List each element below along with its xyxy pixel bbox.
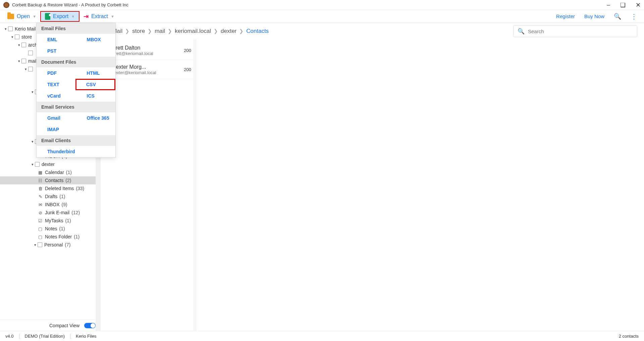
contacts-icon: ☷ [38, 178, 43, 183]
chevron-right-icon: ❯ [214, 28, 218, 34]
statusbar: v4.0 DEMO (Trial Edition) Kerio Files 2 … [0, 331, 644, 341]
tree-item-junk[interactable]: ⊘Junk E-mail(12) [0, 209, 100, 217]
export-ics[interactable]: ICS [76, 90, 116, 102]
minimize-button[interactable]: – [607, 1, 610, 9]
list-scrollbar[interactable] [193, 40, 196, 331]
detail-pane [196, 40, 644, 331]
export-pst[interactable]: PST [37, 45, 76, 57]
chevron-right-icon: ❯ [125, 28, 129, 34]
calendar-icon: ▦ [38, 170, 43, 175]
junk-icon: ⊘ [38, 210, 43, 215]
export-html[interactable]: HTML [76, 67, 116, 79]
search-icon: 🔍 [518, 28, 525, 35]
export-mbox[interactable]: MBOX [76, 34, 116, 45]
draft-icon: ✎ [38, 194, 43, 199]
export-csv[interactable]: CSV [75, 79, 115, 90]
content-pane: o Mail❯ store❯ mail❯ keriomail.local❯ de… [101, 23, 644, 331]
window-controls: – ❏ ✕ [607, 1, 641, 9]
breadcrumb-item[interactable]: mail [155, 28, 165, 35]
contact-size: 200 [184, 48, 191, 53]
contact-size: 200 [184, 67, 191, 72]
tree-item-mytasks[interactable]: ☑MyTasks(1) [0, 217, 100, 225]
extract-label: Extract [91, 13, 108, 19]
tasks-icon: ☑ [38, 218, 43, 223]
status-version: v4.0 [5, 334, 14, 339]
tree-item-inbox[interactable]: ✉INBOX(9) [0, 201, 100, 209]
tree-item-calendar[interactable]: ▦Calendar(1) [0, 168, 100, 176]
notes-icon: ▢ [38, 226, 43, 231]
extract-icon: ⇥ [84, 13, 89, 20]
contact-name: Dexter Morg... [112, 64, 182, 70]
search-input[interactable] [528, 29, 633, 34]
app-icon [3, 2, 9, 8]
export-gmail[interactable]: Gmail [37, 112, 76, 124]
menu-header-email-clients: Email Clients [37, 135, 115, 146]
open-button[interactable]: Open ▼ [3, 12, 40, 21]
breadcrumb-item[interactable]: dexter [221, 28, 236, 35]
export-menu: Email Files EMLMBOX PST Document Files P… [36, 23, 116, 158]
menu-header-email-services: Email Services [37, 102, 115, 112]
tree-item-notes[interactable]: ▢Notes(1) [0, 225, 100, 233]
compact-view-bar: Compact View [0, 320, 100, 331]
search-icon[interactable]: 🔍 [614, 13, 621, 20]
breadcrumb-item[interactable]: store [132, 28, 145, 35]
export-office365[interactable]: Office 365 [76, 112, 116, 124]
compact-view-toggle[interactable] [84, 323, 96, 328]
export-text[interactable]: TEXT [37, 79, 75, 90]
chevron-right-icon: ❯ [168, 28, 172, 34]
breadcrumb: o Mail❯ store❯ mail❯ keriomail.local❯ de… [101, 23, 644, 40]
breadcrumb-item[interactable]: keriomail.local [175, 28, 211, 35]
divider [19, 334, 19, 339]
buy-now-link[interactable]: Buy Now [584, 13, 604, 19]
chevron-right-icon: ❯ [239, 28, 244, 34]
menu-header-email-files: Email Files [37, 23, 115, 34]
tree-item-personal[interactable]: ▾Personal(7) [0, 241, 100, 249]
maximize-button[interactable]: ❏ [620, 1, 626, 9]
export-thunderbird[interactable]: Thunderbird [37, 146, 76, 157]
tree-item-contacts[interactable]: ☷Contacts(2) [0, 176, 100, 184]
extract-button[interactable]: ⇥ Extract ▼ [79, 11, 118, 21]
compact-view-label: Compact View [49, 323, 79, 328]
menu-header-document-files: Document Files [37, 57, 115, 67]
divider [70, 334, 70, 339]
caret-down-icon: ▼ [71, 14, 75, 18]
status-source: Kerio Files [76, 334, 96, 339]
trash-icon: 🗑 [38, 186, 43, 191]
more-menu-icon[interactable]: ⋮ [631, 12, 637, 20]
export-eml[interactable]: EML [37, 34, 76, 45]
caret-down-icon: ▼ [33, 14, 36, 18]
folder-open-icon [7, 14, 14, 19]
status-edition: DEMO (Trial Edition) [25, 334, 65, 339]
export-pdf[interactable]: PDF [37, 67, 76, 79]
caret-down-icon: ▼ [111, 14, 114, 18]
export-button[interactable]: Export ▼ [40, 11, 79, 22]
chevron-right-icon: ❯ [148, 28, 152, 34]
toolbar: Open ▼ Export ▼ ⇥ Extract ▼ Register Buy… [0, 10, 644, 23]
breadcrumb-item-current[interactable]: Contacts [246, 28, 269, 35]
tree-item-notes-folder[interactable]: ▢Notes Folder(1) [0, 233, 100, 241]
export-vcard[interactable]: vCard [37, 90, 76, 102]
tree-item-drafts[interactable]: ✎Drafts(1) [0, 192, 100, 201]
mail-icon: ✉ [38, 202, 43, 207]
export-imap[interactable]: IMAP [37, 124, 76, 135]
open-label: Open [17, 13, 30, 19]
notes-icon: ▢ [38, 234, 43, 239]
register-link[interactable]: Register [556, 13, 575, 19]
titlebar: Corbett Backup & Restore Wizard - A Prod… [0, 0, 644, 10]
status-count: 2 contacts [619, 334, 639, 339]
window-title: Corbett Backup & Restore Wizard - A Prod… [12, 2, 128, 7]
export-label: Export [53, 13, 68, 19]
contact-email: Brett@keriomail.local [112, 51, 182, 56]
tree-item-deleted[interactable]: 🗑Deleted Items(33) [0, 184, 100, 192]
close-button[interactable]: ✕ [636, 1, 641, 9]
search-box[interactable]: 🔍 [513, 25, 637, 37]
file-export-icon [45, 13, 50, 20]
contact-name: Brett Dalton [112, 45, 182, 51]
tree-item-dexter[interactable]: ▾dexter [0, 160, 100, 168]
contact-email: dexter@keriomail.local [112, 70, 182, 75]
